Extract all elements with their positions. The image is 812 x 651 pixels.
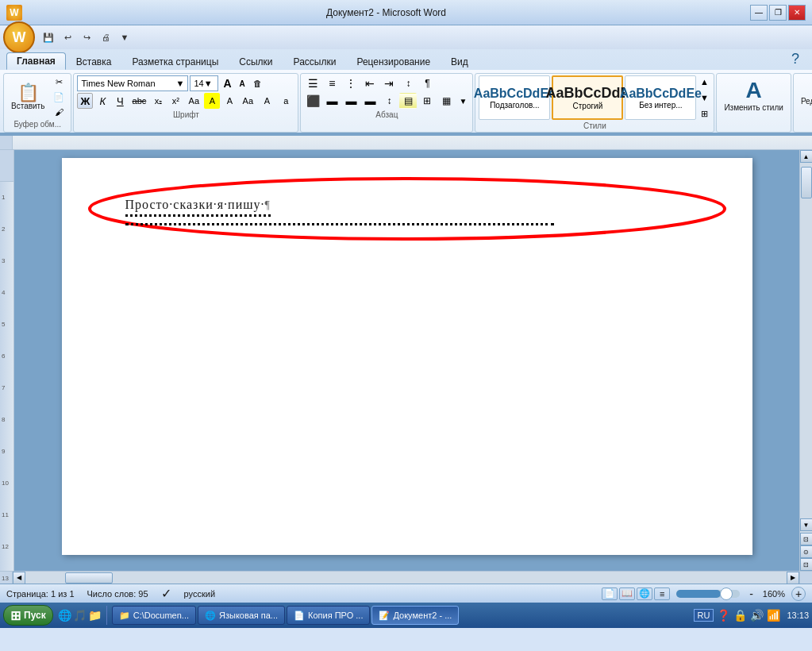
view-reading-button[interactable]: 📖 [619, 587, 635, 600]
language-indicator[interactable]: русский [184, 589, 215, 599]
taskbar-item-copy[interactable]: 📄 Копия ПРО ... [287, 606, 370, 625]
styles-scroll-down[interactable]: ▼ [698, 91, 710, 104]
justify-button[interactable]: ▬ [361, 93, 379, 109]
taskbar-ie-icon[interactable]: 🌐 [58, 609, 71, 622]
font-size-selector[interactable]: 14 ▼ [190, 75, 218, 91]
shading-button[interactable]: ▤ [399, 93, 417, 109]
spell-check-icon[interactable]: ✓ [161, 586, 171, 601]
minimize-button[interactable]: — [750, 5, 768, 21]
scroll-down-button[interactable]: ▼ [800, 518, 813, 531]
numbered-list-button[interactable]: ≡ [323, 75, 341, 91]
bold-button[interactable]: Ж [77, 93, 93, 109]
subscript-button[interactable]: x₂ [150, 93, 166, 109]
styles-expand[interactable]: ⊞ [698, 107, 710, 120]
paste-button[interactable]: 📋 Вставить [7, 82, 48, 113]
document-text[interactable]: Просто·сказки·я·пишу·¶ [125, 198, 271, 217]
underline-button[interactable]: Ч [112, 93, 128, 109]
view-print-button[interactable]: 📄 [602, 587, 618, 600]
borders-button[interactable]: ⊞ [418, 93, 436, 109]
align-left-button[interactable]: ⬛ [304, 93, 321, 109]
font-dropdown-icon[interactable]: ▼ [176, 79, 185, 88]
hscroll-right-button[interactable]: ▶ [787, 572, 799, 584]
font-size-dropdown-icon[interactable]: ▼ [204, 79, 213, 88]
taskbar-folder-icon[interactable]: 📁 [88, 609, 102, 622]
para-dropdown-button[interactable]: ▼ [456, 93, 469, 109]
editing-button[interactable]: 🔍 Редактирование [797, 75, 812, 108]
sort-button[interactable]: ↕ [399, 75, 417, 91]
hscroll-left-button[interactable]: ◀ [13, 572, 25, 584]
change-styles-button[interactable]: A Изменить стили [720, 75, 787, 114]
taskbar-item-folder[interactable]: 📁 C:\Documen... [112, 606, 196, 625]
style-strict[interactable]: AaBbCcDdE Строгий [552, 75, 623, 120]
align-center-button[interactable]: ▬ [323, 93, 341, 109]
taskbar-item-language[interactable]: 🌐 Языковая па... [198, 606, 285, 625]
lang-badge[interactable]: RU [694, 609, 714, 622]
tab-review[interactable]: Рецензирование [346, 53, 441, 70]
case-button[interactable]: Аа [239, 93, 256, 109]
page-up-button[interactable]: ⊡ [800, 533, 813, 545]
bullet-list-button[interactable]: ☰ [304, 75, 321, 91]
grow-font-button[interactable]: A [220, 75, 234, 91]
zoom-slider[interactable] [676, 590, 740, 598]
font-name-selector[interactable]: Times New Roman ▼ [77, 75, 188, 91]
format-painter-button[interactable]: 🖌 [50, 106, 67, 118]
quick-print-button[interactable]: 🖨 [97, 29, 114, 45]
text-effects-button[interactable]: Аа [185, 93, 202, 109]
align-right-button[interactable]: ▬ [342, 93, 360, 109]
view-web-button[interactable]: 🌐 [637, 587, 652, 600]
zoom-in-button[interactable]: + [791, 587, 806, 601]
style-no-spacing[interactable]: AaBbCcDdEe Без интер... [625, 75, 696, 120]
tab-view[interactable]: Вид [441, 53, 479, 70]
clear-format-button[interactable]: 🗑 [250, 77, 265, 90]
lowercase-button[interactable]: а [277, 93, 294, 109]
start-button[interactable]: ⊞ Пуск [3, 605, 53, 626]
scroll-track[interactable] [800, 163, 813, 518]
superscript-button[interactable]: x² [167, 93, 183, 109]
volume-icon[interactable]: 🔊 [750, 609, 764, 622]
page-down-button[interactable]: ⊡ [800, 558, 813, 571]
quick-save-button[interactable]: 💾 [40, 29, 57, 45]
restore-button[interactable]: ❐ [769, 5, 787, 21]
taskbar-media-icon[interactable]: 🎵 [73, 609, 87, 622]
scroll-up-button[interactable]: ▲ [800, 150, 813, 163]
document-content[interactable]: Просто·сказки·я·пишу·¶ [125, 198, 689, 228]
style-subheading[interactable]: AaBbCcDdEe Подзаголов... [479, 75, 550, 120]
shrink-font-button[interactable]: A [237, 78, 248, 90]
view-outline-button[interactable]: ≡ [654, 587, 670, 600]
tab-references[interactable]: Ссылки [229, 53, 283, 70]
hscroll-thumb[interactable] [65, 572, 113, 584]
taskbar-item-doc2[interactable]: 📝 Документ2 - ... [371, 606, 459, 625]
uppercase-button[interactable]: А [258, 93, 275, 109]
decrease-indent-button[interactable]: ⇤ [361, 75, 379, 91]
tab-insert[interactable]: Вставка [66, 53, 122, 70]
increase-indent-button[interactable]: ⇥ [380, 75, 398, 91]
italic-button[interactable]: К [94, 93, 110, 109]
help-icon[interactable]: ? [785, 48, 806, 70]
show-marks-button[interactable]: ¶ [418, 75, 436, 91]
highlight-color-button[interactable]: А [204, 93, 220, 109]
font-color-button[interactable]: А [221, 93, 237, 109]
styles-scroll-up[interactable]: ▲ [698, 75, 710, 88]
multilevel-list-button[interactable]: ⋮ [342, 75, 360, 91]
select-browse-button[interactable]: ⊙ [800, 545, 813, 558]
close-button[interactable]: ✕ [788, 5, 806, 21]
tab-home[interactable]: Главная [6, 52, 66, 70]
title-bar-controls[interactable]: — ❐ ✕ [750, 5, 806, 21]
document-page[interactable]: Просто·сказки·я·пишу·¶ [62, 158, 752, 555]
quick-redo-button[interactable]: ↪ [78, 29, 95, 45]
line-spacing-button[interactable]: ↕ [380, 93, 398, 109]
outside-borders-button[interactable]: ▦ [437, 93, 455, 109]
document-text-line[interactable]: Просто·сказки·я·пишу·¶ [125, 198, 689, 228]
tab-page-layout[interactable]: Разметка страницы [121, 53, 229, 70]
office-button[interactable]: W [3, 21, 35, 53]
scroll-thumb[interactable] [801, 167, 812, 198]
strikethrough-button[interactable]: abc [129, 93, 148, 109]
zoom-slider-thumb[interactable] [720, 587, 733, 600]
cut-button[interactable]: ✂ [50, 75, 67, 89]
zoom-out-button[interactable]: - [746, 586, 756, 602]
hscroll-track[interactable] [25, 572, 787, 584]
quick-undo-button[interactable]: ↩ [59, 29, 76, 45]
tab-mailings[interactable]: Рассылки [283, 53, 347, 70]
copy-button[interactable]: 📄 [50, 91, 67, 104]
quick-customize-button[interactable]: ▼ [116, 29, 133, 45]
